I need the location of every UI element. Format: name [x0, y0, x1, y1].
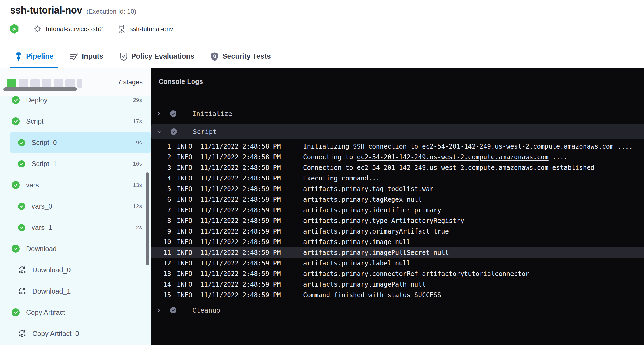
hostname-link[interactable]: ec2-54-201-142-249.us-west-2.compute.ama…: [357, 153, 548, 161]
stage-duration: 9s: [136, 139, 142, 146]
log-text: artifacts.primary.imagePath null: [303, 281, 426, 288]
success-check-icon: [12, 96, 20, 104]
console-body: Initialize Script 1 INFO 11/11/2022 2:48…: [151, 95, 644, 317]
log-line: 13 INFO 11/11/2022 2:48:59 PM artifacts.…: [151, 269, 644, 279]
log-message: artifacts.primary.tag todolist.war: [303, 185, 433, 193]
log-message: artifacts.primary.type ArtifactoryRegist…: [303, 217, 464, 225]
log-level: INFO: [177, 228, 193, 235]
log-timestamp: 11/11/2022 2:48:58 PM: [200, 143, 283, 150]
log-section-initialize[interactable]: Initialize: [151, 108, 644, 119]
stage-list-item[interactable]: Copy Artifact_0: [0, 323, 151, 344]
success-check-icon: [171, 128, 177, 135]
stage-list-item[interactable]: vars_1 2s: [0, 217, 151, 238]
service-chip[interactable]: tutorial-service-ssh2: [34, 25, 103, 33]
log-section-cleanup[interactable]: Cleanup: [151, 304, 644, 317]
success-check-icon: [12, 181, 20, 189]
log-line-number: 9: [158, 228, 171, 235]
success-check-icon: [12, 117, 20, 125]
environment-chip[interactable]: ssh-tutorial-env: [118, 25, 173, 33]
log-level: INFO: [177, 281, 193, 288]
log-level: INFO: [177, 196, 193, 203]
stage-list-item[interactable]: Download_1: [0, 281, 151, 302]
log-text: artifacts.primary.primaryArtifact true: [303, 228, 449, 235]
stage-label: Deploy: [26, 96, 47, 104]
log-level: INFO: [177, 175, 193, 182]
stage-duration: 17s: [133, 118, 142, 124]
stage-progress-bar: [7, 79, 82, 88]
stage-label: Download_1: [32, 287, 71, 295]
log-line-number: 14: [158, 281, 171, 288]
log-line-number: 3: [158, 164, 171, 171]
tab-pipeline-label: Pipeline: [26, 52, 54, 61]
log-line: 1 INFO 11/11/2022 2:48:58 PM Initializin…: [151, 141, 644, 152]
chevron-down-icon: [156, 129, 162, 134]
stage-label: vars_1: [32, 223, 52, 232]
log-message: artifacts.primary.identifier primary: [303, 206, 441, 214]
log-message: Connecting to ec2-54-201-142-249.us-west…: [303, 153, 568, 161]
log-timestamp: 11/11/2022 2:48:59 PM: [200, 185, 283, 193]
page-title: ssh-tutorial-nov: [10, 5, 82, 16]
stage-list-item[interactable]: Download_0: [0, 259, 151, 281]
log-line-number: 4: [158, 175, 171, 182]
hostname-link[interactable]: ec2-54-201-142-249.us-west-2.compute.ama…: [357, 164, 548, 171]
stage-label: vars: [26, 181, 39, 189]
success-check-icon: [18, 224, 25, 231]
stage-list-item[interactable]: vars_0 12s: [0, 196, 151, 217]
log-line-number: 8: [158, 217, 171, 225]
log-text: Command finished with status SUCCESS: [303, 291, 441, 299]
tab-security-tests[interactable]: Security Tests: [206, 45, 276, 68]
stage-duration: 16s: [133, 161, 142, 167]
log-lines: 1 INFO 11/11/2022 2:48:58 PM Initializin…: [151, 141, 644, 300]
log-message: artifacts.primary.image null: [303, 238, 411, 246]
stage-label: Copy Artifact_0: [32, 330, 79, 338]
log-text: artifacts.primary.imagePullSecret null: [303, 249, 449, 256]
log-section-script[interactable]: Script: [151, 124, 644, 139]
hostname-link[interactable]: ec2-54-201-142-249.us-west-2.compute.ama…: [422, 143, 613, 150]
stage-list-item[interactable]: Script_1 16s: [0, 153, 151, 174]
tab-policy-evaluations[interactable]: Policy Evaluations: [115, 45, 199, 68]
stage-label: Script: [26, 117, 43, 126]
log-message: artifacts.primary.imagePullSecret null: [303, 249, 449, 256]
log-line-number: 6: [158, 196, 171, 203]
log-message: artifacts.primary.label null: [303, 260, 411, 267]
log-line: 11 INFO 11/11/2022 2:48:59 PM artifacts.…: [151, 247, 644, 258]
content-area: 7 stages Deploy 29s Script 17s Script_0 …: [0, 68, 644, 345]
tab-pipeline[interactable]: Pipeline: [10, 45, 58, 68]
log-line: 9 INFO 11/11/2022 2:48:59 PM artifacts.p…: [151, 226, 644, 237]
stage-list-item[interactable]: Download: [0, 238, 151, 259]
execution-tabbar: Pipeline Inputs Policy Evaluations: [0, 45, 644, 68]
log-message: Executing command...: [303, 175, 380, 182]
tab-inputs[interactable]: Inputs: [65, 45, 108, 68]
log-timestamp: 11/11/2022 2:48:58 PM: [200, 164, 283, 171]
log-text: artifacts.primary.tag todolist.war: [303, 185, 433, 193]
log-line-number: 11: [158, 249, 171, 256]
log-timestamp: 11/11/2022 2:48:59 PM: [200, 291, 283, 299]
log-text: artifacts.primary.identifier primary: [303, 206, 441, 214]
log-line: 7 INFO 11/11/2022 2:48:59 PM artifacts.p…: [151, 205, 644, 215]
service-gear-icon: [34, 25, 42, 33]
log-line-number: 2: [158, 153, 171, 161]
stage-list-item[interactable]: Script_0 9s: [10, 132, 151, 153]
log-timestamp: 11/11/2022 2:48:59 PM: [200, 260, 283, 267]
log-timestamp: 11/11/2022 2:48:59 PM: [200, 249, 283, 256]
title-row: ssh-tutorial-nov (Execution Id: 10): [10, 5, 136, 16]
page-header: ssh-tutorial-nov (Execution Id: 10) ∞ tu…: [0, 0, 644, 45]
stage-label: Script_0: [32, 139, 57, 147]
stage-list-item[interactable]: Copy Artifact: [0, 302, 151, 323]
chevron-right-icon: [156, 111, 161, 116]
stage-label: Download_0: [32, 266, 71, 274]
log-message: artifacts.primary.tagRegex null: [303, 196, 422, 203]
log-message: Initializing SSH connection to ec2-54-20…: [303, 143, 633, 150]
horizontal-scrollbar-thumb[interactable]: [3, 87, 77, 91]
stage-list-item[interactable]: Deploy 29s: [0, 96, 151, 111]
success-check-icon: [18, 139, 25, 146]
log-line: 14 INFO 11/11/2022 2:48:59 PM artifacts.…: [151, 279, 644, 290]
log-level: INFO: [177, 249, 193, 256]
log-line-number: 13: [158, 270, 171, 278]
stage-list-item[interactable]: Script 17s: [0, 111, 151, 132]
log-level: INFO: [177, 238, 193, 246]
stage-duration: 29s: [133, 97, 142, 103]
stage-list-item[interactable]: vars 13s: [0, 174, 151, 196]
vertical-scrollbar-thumb[interactable]: [146, 172, 149, 265]
progress-segment: [65, 79, 75, 88]
